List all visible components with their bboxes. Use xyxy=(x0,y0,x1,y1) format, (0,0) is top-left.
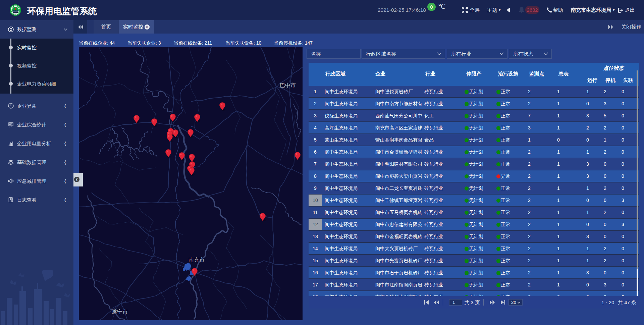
svg-text:巴中市: 巴中市 xyxy=(280,83,296,88)
svg-text:南充市: 南充市 xyxy=(189,257,205,263)
svg-text:遂宁市: 遂宁市 xyxy=(112,309,128,315)
